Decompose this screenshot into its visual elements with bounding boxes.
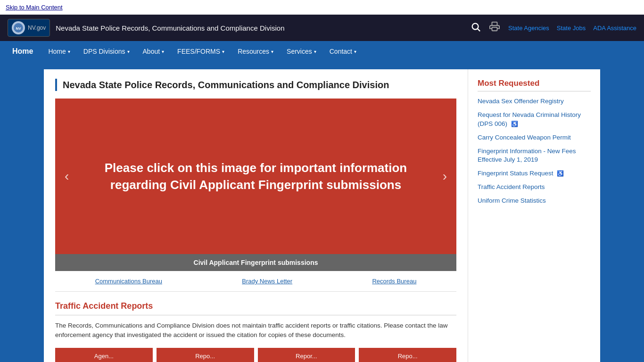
red-btn-3[interactable]: Repor... [258, 348, 355, 362]
nav-item-home[interactable]: Home ▾ [41, 41, 76, 62]
skip-link[interactable]: Skip to Main Content [0, 0, 644, 15]
list-item: Uniform Crime Statistics [478, 197, 591, 206]
carousel-next-button[interactable]: › [439, 165, 451, 188]
sidebar-divider [478, 91, 591, 91]
nav-dps-chevron: ▾ [127, 49, 130, 54]
quick-links: Communications Bureau Brady News Letter … [55, 271, 456, 292]
nav-services-chevron: ▾ [314, 49, 316, 54]
nv-gov-icon: NV [12, 21, 25, 34]
list-item: Nevada Sex Offender Registry [478, 97, 591, 106]
nav-resources-chevron: ▾ [271, 49, 273, 54]
carousel[interactable]: ‹ Please click on this image for importa… [55, 99, 456, 254]
nav-bar: Home Home ▾ DPS Divisions ▾ About ▾ FEES… [0, 41, 644, 62]
svg-text:NV: NV [16, 26, 21, 31]
print-button[interactable] [489, 22, 500, 34]
sidebar-title: Most Requested [478, 79, 591, 88]
quick-link-brady[interactable]: Brady News Letter [242, 278, 292, 285]
quick-link-records[interactable]: Records Bureau [372, 278, 416, 285]
section-title: Traffic Accident Reports [55, 301, 456, 311]
list-item: Fingerprint Information - New Fees Effec… [478, 147, 591, 165]
red-btn-2[interactable]: Repo... [157, 348, 254, 362]
sidebar-link-fingerprint-status[interactable]: Fingerprint Status Request [478, 170, 553, 177]
nav-fees-chevron: ▾ [222, 49, 224, 54]
nav-about-chevron: ▾ [162, 49, 164, 54]
ada-assistance-link[interactable]: ADA Assistance [593, 25, 636, 32]
nav-item-dps[interactable]: DPS Divisions ▾ [77, 41, 136, 62]
list-item: Fingerprint Status Request ♿ [478, 169, 591, 178]
list-item: Request for Nevada Criminal History (DPS… [478, 111, 591, 129]
nav-home-chevron: ▾ [68, 49, 70, 54]
ada-icon-2: ♿ [557, 170, 564, 177]
sidebar-link-sex-offender[interactable]: Nevada Sex Offender Registry [478, 98, 564, 105]
nav-home[interactable]: Home [4, 41, 41, 62]
top-bar-links: State Agencies State Jobs ADA Assistance [508, 25, 636, 32]
sidebar-links: Nevada Sex Offender Registry Request for… [478, 97, 591, 206]
sidebar-link-ccw[interactable]: Carry Concealed Weapon Permit [478, 134, 571, 141]
main-content: Nevada State Police Records, Communicati… [44, 69, 468, 362]
list-item: Carry Concealed Weapon Permit [478, 133, 591, 142]
state-agencies-link[interactable]: State Agencies [508, 25, 549, 32]
svg-rect-4 [492, 22, 497, 25]
carousel-prev-button[interactable]: ‹ [61, 165, 73, 188]
content-area: Nevada State Police Records, Communicati… [44, 69, 600, 362]
svg-line-3 [478, 29, 480, 31]
carousel-caption: Civil Applicant Fingerprint submissions [55, 254, 456, 271]
sidebar-link-criminal-history[interactable]: Request for Nevada Criminal History (DPS… [478, 111, 581, 127]
sidebar-link-crime-stats[interactable]: Uniform Crime Statistics [478, 197, 546, 204]
nav-item-about[interactable]: About ▾ [136, 41, 171, 62]
carousel-text: Please click on this image for important… [55, 140, 456, 213]
red-btn-1[interactable]: Agen... [55, 348, 153, 362]
list-item: Traffic Accident Reports [478, 183, 591, 192]
red-buttons: Agen... Repo... Repor... Repo... [55, 348, 456, 362]
state-jobs-link[interactable]: State Jobs [557, 25, 586, 32]
nav-item-contact[interactable]: Contact ▾ [323, 41, 363, 62]
page-title: Nevada State Police Records, Communicati… [63, 79, 456, 91]
section-body: The Records, Communications and Complian… [55, 321, 456, 340]
ada-icon-1: ♿ [511, 121, 518, 127]
nav-item-services[interactable]: Services ▾ [280, 41, 323, 62]
red-btn-4[interactable]: Repo... [359, 348, 456, 362]
site-title: Nevada State Police Records, Communicati… [56, 24, 284, 32]
search-button[interactable] [471, 22, 481, 34]
section-divider [55, 315, 456, 315]
top-bar-right: State Agencies State Jobs ADA Assistance [471, 22, 636, 34]
page-title-block: Nevada State Police Records, Communicati… [55, 79, 456, 91]
nav-contact-chevron: ▾ [354, 49, 356, 54]
sidebar: Most Requested Nevada Sex Offender Regis… [468, 69, 600, 362]
nv-gov-badge[interactable]: NV NV.gov [8, 19, 50, 37]
nv-gov-label: NV.gov [28, 25, 46, 31]
quick-link-communications[interactable]: Communications Bureau [95, 278, 162, 285]
top-bar: NV NV.gov Nevada State Police Records, C… [0, 15, 644, 41]
nav-item-resources[interactable]: Resources ▾ [231, 41, 280, 62]
nav-item-fees[interactable]: FEES/FORMS ▾ [171, 41, 231, 62]
sidebar-link-traffic[interactable]: Traffic Accident Reports [478, 183, 545, 190]
top-bar-left: NV NV.gov Nevada State Police Records, C… [8, 19, 284, 37]
page-wrapper: Nevada State Police Records, Communicati… [0, 62, 644, 362]
sidebar-link-fingerprint-fees[interactable]: Fingerprint Information - New Fees Effec… [478, 148, 576, 164]
svg-rect-5 [492, 27, 497, 30]
svg-point-2 [472, 23, 479, 29]
